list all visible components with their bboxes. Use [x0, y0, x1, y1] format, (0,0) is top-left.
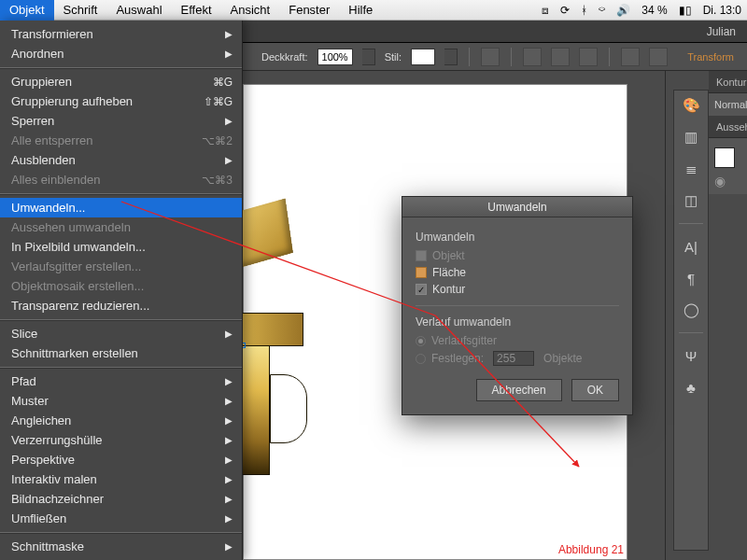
menu-effekt[interactable]: Effekt — [172, 0, 221, 21]
toolbar-icon-3[interactable] — [551, 48, 570, 66]
toolbar-icon-6[interactable] — [649, 48, 668, 66]
menu-item[interactable]: In Pixelbild umwandeln... — [0, 237, 242, 257]
menu-hilfe[interactable]: Hilfe — [339, 0, 382, 21]
menu-item-label: Perspektive — [11, 453, 75, 467]
battery-percent: 34 % — [641, 4, 667, 17]
right-dock: 🎨 ▥ ≣ ◫ A| ¶ ◯ Ψ ♣ Kontur Normal Aussehe… — [665, 71, 747, 560]
share-icon[interactable]: Ψ — [682, 346, 700, 365]
menu-item[interactable]: Muster▶ — [0, 391, 242, 411]
submenu-arrow-icon: ▶ — [225, 455, 233, 465]
menu-item-label: Transparenz reduzieren... — [11, 299, 149, 313]
opacity-dropdown-icon[interactable] — [362, 49, 375, 65]
transform-panel-link[interactable]: Transform — [687, 51, 734, 63]
dialog-titlebar[interactable]: Umwandeln — [402, 197, 632, 217]
menu-item[interactable]: Zusammengesetzter Pfad▶ — [0, 556, 242, 560]
toolbar-icon-4[interactable] — [579, 48, 598, 66]
fill-swatch[interactable] — [714, 147, 735, 168]
cancel-button[interactable]: Abbrechen — [476, 379, 562, 401]
character-icon[interactable]: A| — [682, 237, 700, 256]
style-swatch[interactable] — [411, 49, 435, 65]
menu-fenster[interactable]: Fenster — [279, 0, 339, 21]
menu-objekt[interactable]: Objekt — [0, 0, 54, 21]
menu-schrift[interactable]: Schrift — [54, 0, 107, 21]
wifi-icon[interactable]: ⌔ — [599, 4, 605, 17]
ok-button[interactable]: OK — [571, 379, 619, 401]
panel-body-aussehen: ◉ — [709, 138, 747, 194]
festlegen-suffix: Objekte — [543, 352, 582, 365]
paragraph-icon[interactable]: ¶ — [682, 269, 700, 287]
menu-item-label: Schnittmaske — [11, 539, 84, 553]
radio-verlaufsgitter-label: Verlaufsgitter — [431, 334, 497, 347]
umwandeln-dialog: Umwandeln Umwandeln Objekt Fläche Kontur… — [402, 196, 633, 415]
submenu-arrow-icon: ▶ — [225, 415, 233, 426]
menu-item[interactable]: Transparenz reduzieren... — [0, 296, 242, 315]
menu-ansicht[interactable]: Ansicht — [221, 0, 280, 21]
submenu-arrow-icon: ▶ — [225, 329, 233, 339]
menu-item[interactable]: Transformieren▶ — [0, 24, 242, 44]
menu-item[interactable]: Anordnen▶ — [0, 44, 242, 63]
menu-item-label: Interaktiv malen — [11, 472, 97, 486]
menu-item-label: Muster — [11, 394, 49, 408]
battery-icon[interactable]: ▮▯ — [679, 4, 692, 17]
menu-item[interactable]: Schnittmarken erstellen — [0, 343, 242, 363]
panel-tab-aussehen[interactable]: Aussehen — [709, 116, 747, 138]
menu-item[interactable]: Angleichen▶ — [0, 411, 242, 430]
clover-icon[interactable]: ♣ — [682, 378, 700, 397]
volume-icon[interactable]: 🔊 — [616, 4, 630, 17]
checkbox-flaeche[interactable]: Fläche — [416, 266, 619, 279]
menu-item[interactable]: Sperren▶ — [0, 111, 242, 131]
menu-item-label: In Pixelbild umwandeln... — [11, 240, 146, 254]
submenu-arrow-icon: ▶ — [225, 116, 233, 126]
menu-item-label: Slice — [11, 327, 37, 341]
menu-item[interactable]: Ausblenden▶ — [0, 150, 242, 170]
menu-item-label: Verzerrungshülle — [11, 433, 103, 447]
style-dropdown-icon[interactable] — [444, 49, 458, 65]
align-icon[interactable]: ≣ — [682, 160, 700, 178]
menu-item-label: Alle entsperren — [11, 133, 92, 147]
group-umwandeln-title: Umwandeln — [416, 231, 619, 244]
appearance-icon[interactable]: ◯ — [682, 301, 700, 319]
checkbox-kontur[interactable]: Kontur — [416, 283, 619, 296]
opacity-field[interactable]: 100% — [317, 49, 353, 65]
submenu-arrow-icon: ▶ — [225, 155, 233, 165]
menu-shortcut: ⌥⌘2 — [202, 134, 233, 147]
menu-item[interactable]: Gruppieren⌘G — [0, 72, 242, 91]
menu-item[interactable]: Umwandeln... — [0, 198, 242, 217]
blend-mode-value[interactable]: Normal — [714, 99, 747, 110]
bluetooth-icon[interactable]: ᚼ — [581, 4, 587, 17]
menu-item[interactable]: Perspektive▶ — [0, 450, 242, 469]
menu-shortcut: ⌥⌘3 — [202, 174, 233, 187]
submenu-arrow-icon: ▶ — [225, 513, 233, 524]
toolbar-icon-5[interactable] — [621, 48, 640, 66]
menu-item-label: Pfad — [11, 374, 36, 388]
menu-auswahl[interactable]: Auswahl — [106, 0, 171, 21]
menu-shortcut: ⇧⌘G — [204, 95, 233, 108]
menu-item[interactable]: Schnittmaske▶ — [0, 537, 242, 556]
menu-shortcut: ⌘G — [213, 76, 233, 89]
visibility-icon[interactable]: ◉ — [714, 174, 741, 189]
style-label: Stil: — [385, 51, 402, 63]
menu-item[interactable]: Pfad▶ — [0, 371, 242, 391]
panel-tab-kontur[interactable]: Kontur — [709, 71, 747, 93]
sync-icon[interactable]: ⟳ — [560, 4, 570, 17]
menu-item: Aussehen umwandeln — [0, 217, 242, 237]
toolbar-icon-2[interactable] — [523, 48, 542, 66]
gold-shape-top[interactable] — [243, 199, 293, 269]
palette-icon[interactable]: 🎨 — [682, 96, 700, 115]
menu-item-label: Angleichen — [11, 413, 71, 427]
menu-item[interactable]: Umfließen▶ — [0, 509, 242, 528]
document-owner: Julian — [707, 25, 736, 38]
menu-item[interactable]: Interaktiv malen▶ — [0, 469, 242, 489]
checkbox-objekt-label: Objekt — [432, 249, 465, 262]
dropbox-icon[interactable]: ⧈ — [542, 4, 549, 17]
toolbar-icon-1[interactable] — [481, 48, 500, 66]
menu-item[interactable]: Verzerrungshülle▶ — [0, 430, 242, 450]
radio-festlegen: Festlegen: 255 Objekte — [416, 351, 619, 366]
crop-icon[interactable]: ◫ — [682, 191, 700, 210]
menu-item[interactable]: Bildnachzeichner▶ — [0, 489, 242, 509]
menu-item-label: Ausblenden — [11, 153, 76, 167]
group-verlauf-title: Verlauf umwandeln — [416, 315, 619, 329]
layers-icon[interactable]: ▥ — [682, 128, 700, 147]
menu-item[interactable]: Gruppierung aufheben⇧⌘G — [0, 91, 242, 111]
menu-item[interactable]: Slice▶ — [0, 324, 242, 343]
